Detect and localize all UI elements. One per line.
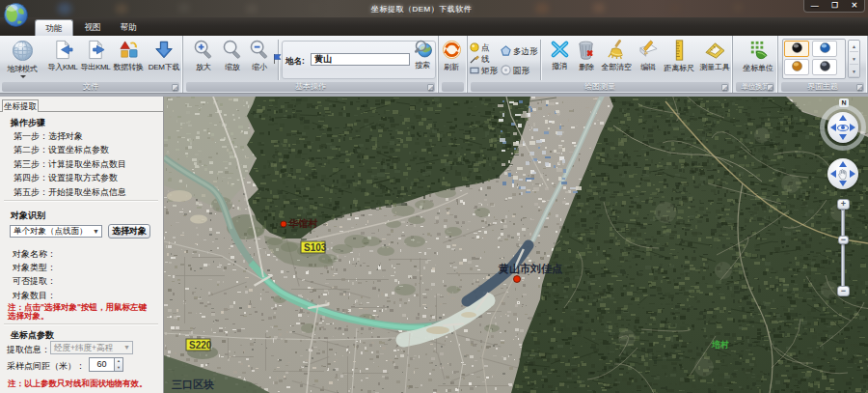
- svg-text:培村: 培村: [711, 340, 729, 350]
- svg-text:三口区块: 三口区块: [172, 379, 214, 390]
- svg-text:S103: S103: [304, 242, 327, 253]
- svg-text:S220: S220: [189, 340, 212, 351]
- svg-text:华馆村: 华馆村: [287, 218, 318, 229]
- svg-text:黄山市刘佳点: 黄山市刘佳点: [498, 263, 562, 275]
